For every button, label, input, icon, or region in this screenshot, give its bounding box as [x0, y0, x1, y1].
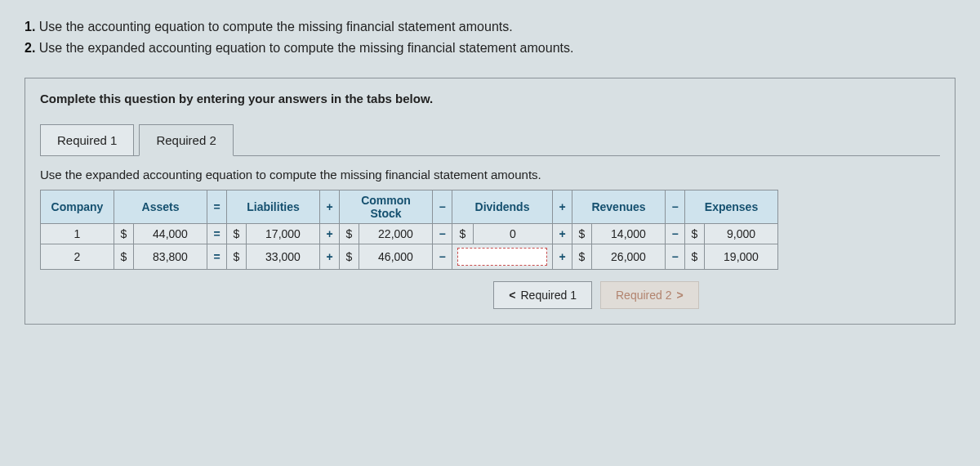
- cell-common-stock[interactable]: 22,000: [359, 224, 433, 244]
- prev-button-label: Required 1: [521, 289, 577, 302]
- cell-op-minus: −: [433, 244, 452, 270]
- cell-dollar: $: [685, 224, 705, 244]
- th-company: Company: [41, 190, 114, 224]
- table-header-row: Company Assets = Liabilities + Common St…: [41, 190, 778, 224]
- cell-dividends[interactable]: 0: [473, 224, 552, 244]
- nav-row: < Required 1 Required 2 >: [40, 281, 940, 309]
- prev-button[interactable]: < Required 1: [493, 281, 592, 309]
- cell-dollar: $: [114, 244, 134, 270]
- cell-op-minus: −: [666, 224, 685, 244]
- dividends-input-field[interactable]: [457, 248, 547, 266]
- chevron-right-icon: >: [677, 289, 684, 302]
- cell-dollar: $: [340, 244, 359, 270]
- cell-op-eq: =: [207, 224, 227, 244]
- cell-op-plus: +: [553, 244, 572, 270]
- th-minus-1: −: [433, 190, 452, 224]
- cell-common-stock[interactable]: 46,000: [359, 244, 433, 270]
- cell-op-minus: −: [433, 224, 452, 244]
- cell-dollar: $: [227, 224, 247, 244]
- cell-revenues[interactable]: 26,000: [592, 244, 666, 270]
- th-eq: =: [207, 190, 227, 224]
- cell-liabilities[interactable]: 17,000: [247, 224, 320, 244]
- cell-assets[interactable]: 83,800: [134, 244, 207, 270]
- table-row: 2 $ 83,800 = $ 33,000 + $ 46,000 − + $ 2…: [41, 244, 778, 270]
- cell-dollar: $: [572, 224, 592, 244]
- chevron-left-icon: <: [509, 289, 515, 302]
- tabs-row: Required 1 Required 2: [40, 123, 940, 155]
- instruction-num-2: 2.: [24, 41, 35, 55]
- th-revenues: Revenues: [572, 190, 666, 224]
- th-minus-2: −: [666, 190, 685, 224]
- cell-dollar: $: [572, 244, 592, 270]
- th-assets: Assets: [114, 190, 207, 224]
- instruction-text-2: Use the expanded accounting equation to …: [35, 41, 573, 55]
- cell-liabilities[interactable]: 33,000: [247, 244, 320, 270]
- instruction-line-1: 1. Use the accounting equation to comput…: [24, 16, 956, 38]
- th-dividends: Dividends: [452, 190, 553, 224]
- cell-op-plus: +: [553, 224, 572, 244]
- equation-table: Company Assets = Liabilities + Common St…: [40, 190, 778, 270]
- instructions-block: 1. Use the accounting equation to comput…: [24, 16, 956, 58]
- tab-description: Use the expanded accounting equation to …: [40, 155, 940, 190]
- th-expenses: Expenses: [685, 190, 778, 224]
- cell-expenses[interactable]: 19,000: [705, 244, 778, 270]
- instruction-line-2: 2. Use the expanded accounting equation …: [24, 38, 956, 59]
- table-row: 1 $ 44,000 = $ 17,000 + $ 22,000 − $ 0 +…: [41, 224, 778, 244]
- cell-dollar: $: [452, 224, 474, 244]
- complete-instruction: Complete this question by entering your …: [40, 92, 940, 105]
- instruction-num-1: 1.: [24, 20, 35, 34]
- cell-dollar: $: [114, 224, 134, 244]
- cell-dollar: $: [340, 224, 359, 244]
- cell-expenses[interactable]: 9,000: [705, 224, 778, 244]
- cell-dividends-input[interactable]: [452, 244, 553, 270]
- content-box: Complete this question by entering your …: [24, 78, 956, 325]
- cell-dollar: $: [685, 244, 705, 270]
- cell-op-plus: +: [320, 244, 340, 270]
- th-plus-2: +: [553, 190, 572, 224]
- instruction-text-1: Use the accounting equation to compute t…: [35, 20, 512, 34]
- cell-company: 1: [41, 224, 114, 244]
- tab-required-1[interactable]: Required 1: [40, 124, 134, 156]
- th-liabilities: Liabilities: [227, 190, 320, 224]
- cell-dollar: $: [227, 244, 247, 270]
- cell-company: 2: [41, 244, 114, 270]
- next-button-label: Required 2: [616, 289, 672, 302]
- th-plus-1: +: [320, 190, 340, 224]
- cell-op-eq: =: [207, 244, 227, 270]
- cell-revenues[interactable]: 14,000: [592, 224, 666, 244]
- th-common-stock: Common Stock: [340, 190, 433, 224]
- cell-op-plus: +: [320, 224, 340, 244]
- tab-required-2[interactable]: Required 2: [139, 124, 233, 156]
- cell-op-minus: −: [666, 244, 685, 270]
- next-button: Required 2 >: [600, 281, 699, 309]
- cell-assets[interactable]: 44,000: [134, 224, 207, 244]
